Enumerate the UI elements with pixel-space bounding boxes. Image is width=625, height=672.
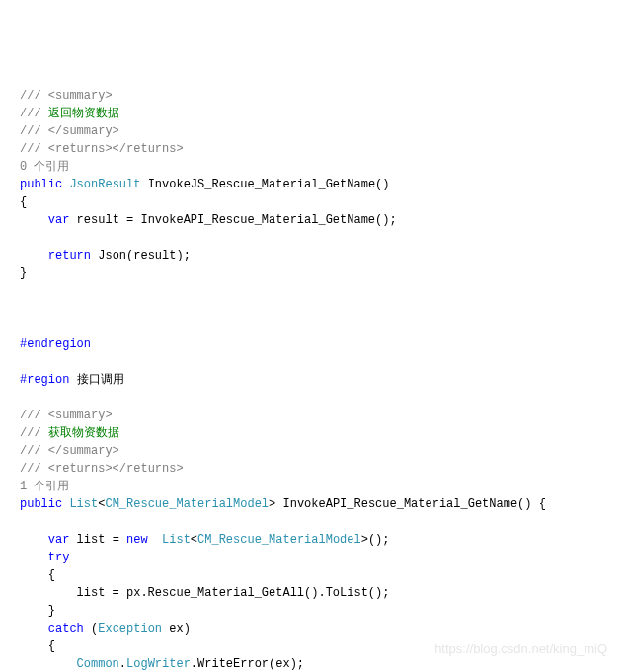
xml-doc-tag: <returns></returns> [48,462,184,476]
keyword-new: new [126,533,148,547]
xml-doc-tag: <summary> [48,409,113,422]
code-text: list = [69,533,126,547]
xml-doc-slash: /// [20,462,48,476]
code-text: ex) [162,622,191,635]
keyword-catch: catch [48,622,84,635]
type-common: Common [77,657,119,671]
xml-doc-text: 返回物资数据 [48,107,119,120]
type-list: List [162,533,191,547]
keyword-public: public [20,178,62,191]
xml-doc-slash: /// [20,89,48,103]
dot: . [119,657,126,671]
code-block: /// <summary> /// 返回物资数据 /// </summary> … [20,87,605,672]
brace-close: } [20,266,27,280]
xml-doc-slash: /// [20,142,48,156]
type-model: CM_Rescue_MaterialModel [105,497,269,511]
brace-open: { [20,195,27,209]
type-model: CM_Rescue_MaterialModel [197,533,361,547]
indent [20,533,48,547]
space [148,533,162,547]
method-name: InvokeJS_Rescue_Material_GetName() [140,178,389,191]
brace-close: } [20,604,55,618]
xml-doc-slash: /// [20,444,48,458]
type-logwriter: LogWriter [126,657,191,671]
indent [20,213,48,227]
xml-doc-tag: <returns></returns> [48,142,184,156]
brace-open: { [20,639,55,653]
xml-doc-tag: </summary> [48,444,119,458]
preproc-endregion: #endregion [20,337,91,351]
indent [20,657,77,671]
xml-doc-text: 获取物资数据 [48,426,119,440]
preproc-region: #region [20,373,69,387]
code-text: list = px.Rescue_Material_GetAll().ToLis… [20,586,389,600]
keyword-try: try [48,551,70,564]
code-text: Json(result); [91,249,191,262]
keyword-public: public [20,497,62,511]
type-list: List [69,497,98,511]
xml-doc-tag: <summary> [48,89,113,103]
xml-doc-slash: /// [20,124,48,138]
brace-open: { [20,568,55,582]
indent [20,249,48,262]
code-text: .WriteError(ex); [191,657,304,671]
region-label: 接口调用 [69,373,123,387]
angle-open: < [191,533,197,547]
indent [20,622,48,635]
xml-doc-slash: /// [20,107,48,120]
keyword-var: var [48,213,70,227]
codelens-refs: 0 个引用 [20,160,69,174]
keyword-return: return [48,249,91,262]
indent [20,551,48,564]
type-jsonresult: JsonResult [69,178,140,191]
codelens-refs: 1 个引用 [20,480,69,493]
type-exception: Exception [98,622,162,635]
xml-doc-tag: </summary> [48,124,119,138]
paren-open: ( [84,622,98,635]
keyword-var: var [48,533,70,547]
code-text: >(); [361,533,390,547]
xml-doc-slash: /// [20,409,48,422]
code-text: result = InvokeAPI_Rescue_Material_GetNa… [69,213,396,227]
xml-doc-slash: /// [20,426,48,440]
method-name: > InvokeAPI_Rescue_Material_GetName() { [269,497,546,511]
